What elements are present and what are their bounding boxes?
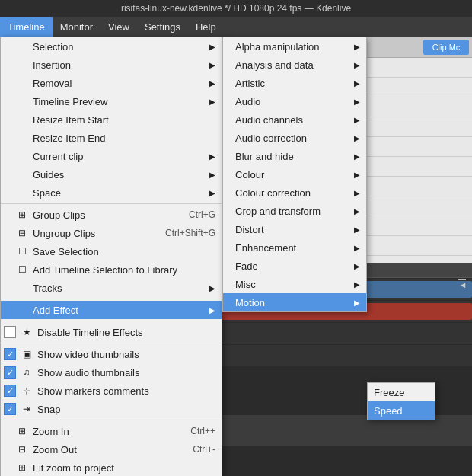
- effect-colour-correction[interactable]: Colour correction ▶: [223, 184, 366, 202]
- effect-misc[interactable]: Misc ▶: [223, 275, 366, 293]
- tracks-arrow: ▶: [209, 284, 215, 292]
- current-clip-label: Current clip: [33, 151, 83, 162]
- separator-4: [1, 343, 222, 343]
- save-selection-icon: ☐: [16, 245, 28, 257]
- menu-space[interactable]: Space ▶: [1, 184, 222, 202]
- tracks-icon: [16, 282, 28, 294]
- effect-blur[interactable]: Blur and hide ▶: [223, 147, 366, 165]
- snap-label: Snap: [37, 404, 60, 415]
- menu-selection[interactable]: Selection ▶: [1, 37, 222, 56]
- menu-tracks[interactable]: Tracks ▶: [1, 279, 222, 297]
- space-arrow: ▶: [209, 189, 215, 197]
- effect-audio[interactable]: Audio ▶: [223, 92, 366, 110]
- clip-mc-button[interactable]: Clip Mc: [423, 40, 469, 55]
- menu-show-audio-thumbnails[interactable]: ✓ ♫ Show audio thumbnails: [1, 363, 222, 382]
- motion-speed[interactable]: Speed: [368, 401, 435, 420]
- title-text: risitas-linux-new.kdenlive */ HD 1080p 2…: [121, 3, 351, 14]
- menu-timeline[interactable]: Timeline: [0, 17, 53, 37]
- effect-colour[interactable]: Colour ▶: [223, 165, 366, 184]
- insertion-arrow: ▶: [209, 61, 215, 69]
- disable-effects-label: Disable Timeline Effects: [37, 327, 143, 338]
- selection-icon: [16, 40, 28, 53]
- zoom-in-label: Zoom In: [33, 426, 69, 437]
- audio-thumb-label: Show audio thumbnails: [37, 367, 139, 379]
- space-icon: [16, 187, 28, 199]
- ungroup-clips-label: Ungroup Clips: [33, 228, 95, 239]
- separator-2: [1, 299, 222, 299]
- motion-submenu: Freeze Speed: [367, 382, 435, 420]
- menu-timeline-preview[interactable]: Timeline Preview ▶: [1, 92, 222, 110]
- effect-enhancement[interactable]: Enhancement ▶: [223, 238, 366, 257]
- snap-icon: ⇥: [21, 403, 33, 415]
- current-clip-icon: [16, 150, 28, 162]
- menu-disable-effects[interactable]: ★ Disable Timeline Effects: [1, 323, 222, 341]
- motion-freeze[interactable]: Freeze: [368, 383, 435, 401]
- menu-monitor[interactable]: Monitor: [53, 17, 100, 37]
- ungroup-clips-icon: ⊟: [16, 227, 28, 239]
- group-clips-icon: ⊞: [16, 209, 28, 221]
- resize-end-icon: [16, 132, 28, 144]
- tracks-label: Tracks: [33, 283, 62, 294]
- guides-label: Guides: [33, 169, 64, 180]
- separator-5: [1, 420, 222, 420]
- zoom-out-label: Zoom Out: [33, 444, 77, 455]
- menu-resize-end[interactable]: Resize Item End: [1, 129, 222, 147]
- menu-help[interactable]: Help: [188, 17, 224, 37]
- title-bar: risitas-linux-new.kdenlive */ HD 1080p 2…: [0, 0, 472, 17]
- save-selection-label: Save Selection: [33, 246, 99, 257]
- menu-removal[interactable]: Removal ▶: [1, 74, 222, 92]
- guides-arrow: ▶: [209, 171, 215, 179]
- removal-arrow: ▶: [209, 79, 215, 88]
- ungroup-clips-shortcut: Ctrl+Shift+G: [165, 228, 215, 238]
- menu-group-clips[interactable]: ⊞ Group Clips Ctrl+G: [1, 206, 222, 224]
- effect-alpha[interactable]: Alpha manipulation ▶: [223, 37, 366, 56]
- effect-crop[interactable]: Crop and transform ▶: [223, 202, 366, 220]
- selection-label: Selection: [33, 41, 73, 53]
- menu-add-timeline-selection[interactable]: ☐ Add Timeline Selection to Library: [1, 260, 222, 279]
- menu-settings[interactable]: Settings: [137, 17, 188, 37]
- video-thumb-label: Show video thumbnails: [37, 349, 139, 360]
- group-clips-label: Group Clips: [33, 209, 85, 221]
- removal-icon: [16, 77, 28, 89]
- timeline-preview-icon: [16, 95, 28, 107]
- playhead-marker: |◄: [458, 278, 467, 289]
- insertion-icon: [16, 59, 28, 71]
- separator-3: [1, 321, 222, 321]
- menu-ungroup-clips[interactable]: ⊟ Ungroup Clips Ctrl+Shift+G: [1, 224, 222, 242]
- markers-icon: ⊹: [21, 385, 33, 397]
- menu-add-effect[interactable]: Add Effect ▶: [1, 301, 222, 319]
- effect-analysis[interactable]: Analysis and data ▶: [223, 56, 366, 74]
- menu-show-video-thumbnails[interactable]: ✓ ▣ Show video thumbnails: [1, 345, 222, 363]
- video-thumb-icon: ▣: [21, 348, 33, 360]
- insertion-label: Insertion: [33, 59, 71, 71]
- add-effect-arrow: ▶: [209, 306, 215, 315]
- effect-motion[interactable]: Motion ▶: [223, 293, 366, 311]
- effect-audio-correction[interactable]: Audio correction ▶: [223, 129, 366, 147]
- menu-show-markers[interactable]: ✓ ⊹ Show markers comments: [1, 382, 222, 400]
- menu-zoom-in[interactable]: ⊞ Zoom In Ctrl++: [1, 422, 222, 440]
- resize-start-icon: [16, 113, 28, 126]
- disable-effects-checkbox: [4, 326, 16, 338]
- menu-view[interactable]: View: [100, 17, 137, 37]
- timeline-preview-label: Timeline Preview: [33, 96, 108, 107]
- effect-audio-channels[interactable]: Audio channels ▶: [223, 110, 366, 129]
- menu-guides[interactable]: Guides ▶: [1, 165, 222, 184]
- menu-fit-zoom[interactable]: ⊞ Fit zoom to project: [1, 458, 222, 476]
- zoom-in-icon: ⊞: [16, 425, 28, 437]
- guides-icon: [16, 168, 28, 180]
- menu-zoom-out[interactable]: ⊟ Zoom Out Ctrl+-: [1, 440, 222, 458]
- effect-fade[interactable]: Fade ▶: [223, 257, 366, 275]
- zoom-out-shortcut: Ctrl+-: [193, 444, 215, 455]
- menu-resize-start[interactable]: Resize Item Start: [1, 110, 222, 129]
- video-thumb-checkbox: ✓: [4, 348, 16, 360]
- menu-current-clip[interactable]: Current clip ▶: [1, 147, 222, 165]
- effect-distort[interactable]: Distort ▶: [223, 220, 366, 238]
- menu-snap[interactable]: ✓ ⇥ Snap: [1, 400, 222, 418]
- timeline-preview-arrow: ▶: [209, 97, 215, 106]
- menu-insertion[interactable]: Insertion ▶: [1, 56, 222, 74]
- snap-checkbox: ✓: [4, 403, 16, 415]
- disable-effects-icon: ★: [21, 326, 33, 338]
- selection-arrow: ▶: [209, 43, 215, 51]
- effect-artistic[interactable]: Artistic ▶: [223, 74, 366, 92]
- menu-save-selection[interactable]: ☐ Save Selection: [1, 242, 222, 260]
